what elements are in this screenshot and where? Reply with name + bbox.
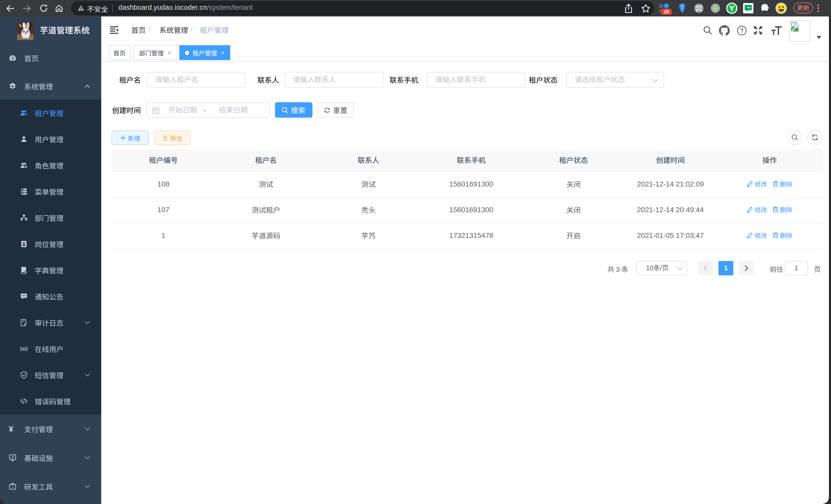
svg-text:?: ? xyxy=(740,27,743,34)
